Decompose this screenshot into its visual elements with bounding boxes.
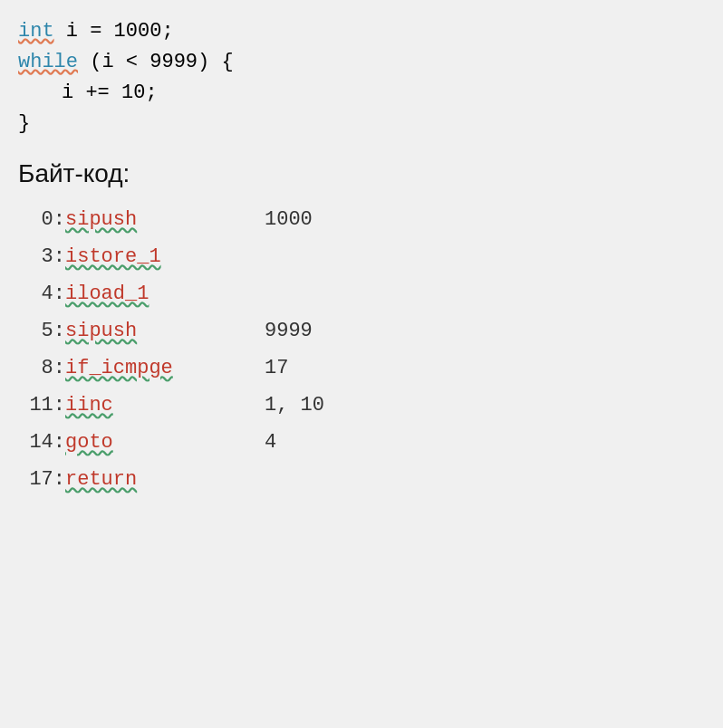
table-row: 3:istore_1	[18, 238, 705, 275]
bc-opcode: iload_1	[65, 275, 265, 312]
code-line-2: while (i < 9999) {	[18, 47, 705, 78]
bc-index: 3:	[18, 238, 65, 275]
code-line-1: int i = 1000;	[18, 16, 705, 47]
table-row: 4:iload_1	[18, 275, 705, 312]
code-text-4: }	[18, 112, 30, 135]
bc-opcode: if_icmpge	[65, 350, 265, 387]
bc-operand	[265, 461, 705, 498]
table-row: 11:iinc1, 10	[18, 387, 705, 424]
bc-index: 17:	[18, 461, 65, 498]
bc-opcode: goto	[65, 424, 265, 461]
bc-opcode: return	[65, 461, 265, 498]
bc-index: 11:	[18, 387, 65, 424]
bc-operand	[265, 238, 705, 275]
keyword-int: int	[18, 20, 54, 43]
table-row: 5:sipush9999	[18, 312, 705, 350]
bc-opcode: iinc	[65, 387, 265, 424]
bytecode-table: 0:sipush10003:istore_14:iload_15:sipush9…	[18, 201, 705, 498]
code-line-4: }	[18, 109, 705, 139]
code-rest-2: (i < 9999) {	[78, 51, 234, 73]
bc-operand: 1000	[265, 201, 705, 238]
bc-opcode: sipush	[65, 312, 265, 350]
bc-opcode: sipush	[65, 201, 265, 238]
bc-operand: 9999	[265, 312, 705, 350]
bc-index: 4:	[18, 275, 65, 312]
bc-operand: 4	[265, 424, 705, 461]
table-row: 0:sipush1000	[18, 201, 705, 238]
bc-operand: 17	[265, 350, 705, 387]
section-title: Байт-код:	[18, 159, 705, 188]
code-block: int i = 1000; while (i < 9999) { i += 10…	[18, 16, 705, 139]
bc-index: 5:	[18, 312, 65, 350]
bc-index: 0:	[18, 201, 65, 238]
code-text-3: i += 10;	[62, 81, 158, 104]
bc-operand	[265, 275, 705, 312]
table-row: 17:return	[18, 461, 705, 498]
keyword-while: while	[18, 51, 78, 73]
table-row: 8:if_icmpge17	[18, 350, 705, 387]
table-row: 14:goto4	[18, 424, 705, 461]
bc-index: 8:	[18, 350, 65, 387]
code-line-3: i += 10;	[18, 78, 705, 109]
bc-index: 14:	[18, 424, 65, 461]
bc-operand: 1, 10	[265, 387, 705, 424]
code-rest-1: i = 1000;	[54, 20, 174, 43]
bc-opcode: istore_1	[65, 238, 265, 275]
